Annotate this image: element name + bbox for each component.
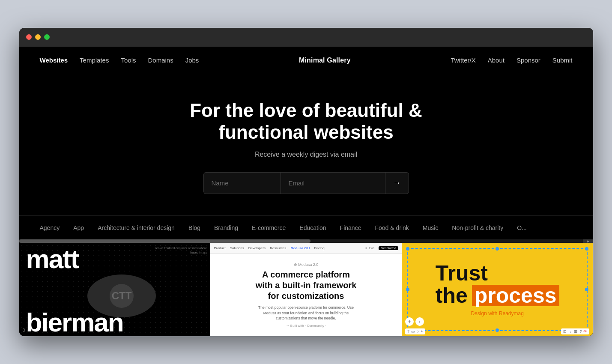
svg-text:CTT: CTT [112,290,132,301]
handle-tr[interactable] [585,247,588,251]
nav-brand[interactable]: Minimal Gallery [299,57,351,64]
scroll-track: ▶ [19,239,593,243]
nav-twitter[interactable]: Twitter/X [451,57,475,64]
handle-tm[interactable] [496,247,499,251]
tb-medusa: Medusa CLI [290,246,310,250]
tb-resources: Resources [270,246,286,250]
icon-circle[interactable]: ○ [417,329,419,334]
maximize-dot[interactable] [44,34,50,40]
logo-svg: CTT [102,283,141,309]
commerce-topbar: Product Solutions Developers Resources M… [210,243,402,254]
gallery-item-commerce[interactable]: Product Solutions Developers Resources M… [210,243,402,336]
icon-plus[interactable]: + [421,329,423,334]
small-line2: based in xyz [155,251,207,255]
gallery-grid: CTT senior frontend engineer at somewher… [19,243,593,336]
nav-domains[interactable]: Domains [148,57,173,64]
nav-templates[interactable]: Templates [80,57,109,64]
nav-about[interactable]: About [488,57,505,64]
tb-solutions: Solutions [230,246,244,250]
commerce-sub: The most popular open-source platform fo… [254,305,357,321]
category-blog[interactable]: Blog [188,224,200,231]
trust-line2: the process [436,285,559,306]
add-button[interactable]: + [405,317,414,326]
category-education[interactable]: Education [299,224,326,231]
tb-product: Product [214,246,226,250]
icon-question[interactable]: ? [579,329,582,334]
category-nonprofit[interactable]: Non-profit & charity [452,224,503,231]
close-dot[interactable] [26,34,32,40]
icon-cursor[interactable]: ⌶ [407,329,409,334]
category-food[interactable]: Food & drink [375,224,409,231]
nav-tools[interactable]: Tools [121,57,136,64]
browser-window: Websites Templates Tools Domains Jobs Mi… [19,28,593,336]
site-content: Websites Templates Tools Domains Jobs Mi… [19,47,593,336]
hero-title-line2: functional websites [218,122,393,143]
hero-subtitle: Receive a weekly digest via email [40,151,573,158]
toolbar-left: ⌶ ▭ ○ + [405,328,425,334]
gallery-number: 0 [23,328,25,333]
nav-left: Websites Templates Tools Domains Jobs [40,57,199,64]
nav-websites[interactable]: Websites [40,57,68,64]
category-branding[interactable]: Branding [214,224,238,231]
hero-title-line1: For the love of beautiful & [190,100,422,121]
handle-bm[interactable] [496,328,499,332]
scroll-thumb[interactable] [19,239,310,243]
nav-left-arrow[interactable]: ‹ [415,317,424,326]
category-music[interactable]: Music [423,224,439,231]
commerce-content: ⊕ Medusa 2.0 A commerce platform with a … [210,254,402,336]
minimize-dot[interactable] [35,34,41,40]
toolbar-right: ⊡ ⋮ ▦ ? 👁 [561,328,589,334]
handle-ml[interactable] [406,288,409,291]
matt-text: matt [26,247,79,271]
icon-rect[interactable]: ▭ [411,329,415,334]
hero-section: For the love of beautiful & functional w… [19,74,593,215]
tb-developers: Developers [248,246,266,250]
nav-submit[interactable]: Submit [552,57,573,64]
handle-mr[interactable] [585,288,588,291]
category-ecommerce[interactable]: E-commerce [252,224,286,231]
toolbar-icons-right: ⊡ ⋮ ▦ ? 👁 [561,328,589,334]
small-line1: senior frontend engineer at somewhere [155,246,207,251]
category-other[interactable]: O... [517,224,527,231]
hero-title: For the love of beautiful & functional w… [40,100,573,143]
category-finance[interactable]: Finance [340,224,361,231]
nav-center: Minimal Gallery [199,57,451,64]
bierman-text: bierman [26,310,123,334]
nav-right: Twitter/X About Sponsor Submit [451,57,572,64]
nav-sponsor[interactable]: Sponsor [516,57,540,64]
email-input[interactable] [281,172,385,194]
tb-badge: Get Started [379,246,398,250]
medusa-label: ⊕ Medusa 2.0 [294,263,319,267]
name-input[interactable] [203,172,281,194]
commerce-sub2: → Built with · Community · [286,324,326,328]
gallery-item-matt[interactable]: CTT senior frontend engineer at somewher… [19,243,211,336]
small-text: senior frontend engineer at somewhere ba… [155,246,207,255]
icon-r1[interactable]: ⊡ [563,329,567,334]
hero-form: → [203,172,409,194]
category-architecture[interactable]: Architecture & interior design [98,224,175,231]
toolbar-icons-left: ⌶ ▭ ○ + [405,328,425,334]
icon-r2[interactable]: ⋮ [568,329,572,334]
process-word: process [472,285,559,306]
gallery-item-trust[interactable]: Trust the process Design with Readymag +… [402,243,593,336]
commerce-heading: A commerce platform with a built-in fram… [256,269,357,301]
icon-r3[interactable]: ▦ [574,329,578,334]
trust-line1: Trust [436,263,488,284]
handle-tl[interactable] [406,247,409,251]
icon-eye[interactable]: 👁 [583,329,587,334]
category-agency[interactable]: Agency [40,224,60,231]
main-nav: Websites Templates Tools Domains Jobs Mi… [19,47,593,74]
browser-titlebar [19,28,593,47]
submit-button[interactable]: → [385,172,409,194]
tb-time: ☀ 1:48 [365,247,374,250]
nav-jobs[interactable]: Jobs [185,57,199,64]
trust-sub: Design with Readymag [436,310,559,316]
tb-pricing: Pricing [314,246,324,250]
category-bar: Agency App Architecture & interior desig… [19,215,593,239]
category-app[interactable]: App [73,224,84,231]
scroll-right-arrow[interactable]: ▶ [583,239,593,243]
trust-content: Trust the process Design with Readymag [436,263,559,316]
